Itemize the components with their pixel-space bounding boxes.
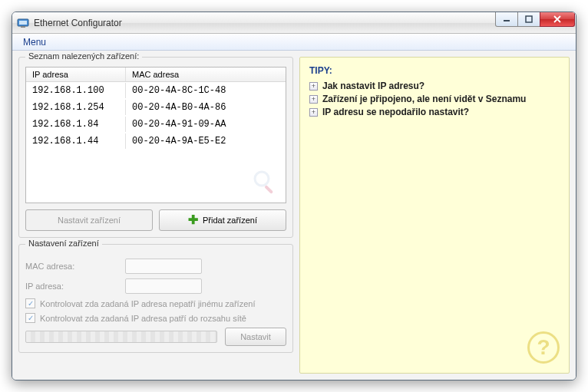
- cell-mac: 00-20-4A-91-09-AA: [126, 117, 286, 132]
- set-button[interactable]: Nastavit: [225, 328, 286, 346]
- button-row: Nastavit zařízení ✚ Přidat zařízení: [25, 209, 286, 231]
- menu-main[interactable]: Menu: [18, 35, 51, 49]
- list-header: IP adresa MAC adresa: [26, 68, 286, 82]
- tip-text: Zařízení je připojeno, ale není vidět v …: [322, 94, 526, 104]
- tip-text: IP adresu se nepodařilo nastavit?: [322, 107, 469, 117]
- cell-ip: 192.168.1.100: [26, 83, 126, 98]
- cell-ip: 192.168.1.44: [26, 133, 126, 149]
- svg-point-5: [255, 172, 269, 186]
- add-button[interactable]: ✚ Přidat zařízení: [159, 209, 286, 231]
- check1-row[interactable]: ✓ Kontrolovat zda zadaná IP adresa nepat…: [25, 298, 286, 308]
- table-row[interactable]: 192.168.1.44 00-20-4A-9A-E5-E2: [26, 133, 286, 150]
- app-window: Ethernet Configurator Menu Seznam naleze…: [12, 12, 576, 380]
- window-controls: [496, 12, 576, 27]
- menubar: Menu: [12, 34, 576, 51]
- window-title: Ethernet Configurator: [34, 18, 122, 28]
- expand-icon[interactable]: +: [309, 82, 318, 91]
- check1-label: Kontrolovat zda zadaná IP adresa nepatří…: [40, 299, 255, 308]
- add-button-label: Přidat zařízení: [203, 216, 257, 225]
- checkbox-icon: ✓: [25, 298, 35, 308]
- tip-text: Jak nastavit IP adresu?: [322, 81, 424, 91]
- device-list[interactable]: IP adresa MAC adresa 192.168.1.100 00-20…: [25, 67, 286, 203]
- ip-label: IP adresa:: [25, 282, 125, 291]
- configure-button[interactable]: Nastavit zařízení: [25, 209, 153, 231]
- close-button[interactable]: [540, 12, 575, 27]
- table-row[interactable]: 192.168.1.254 00-20-4A-B0-4A-86: [26, 99, 286, 116]
- mac-row: MAC adresa:: [25, 259, 286, 274]
- cell-ip: 192.168.1.254: [26, 100, 126, 115]
- progress-bar: [25, 331, 217, 343]
- col-header-ip[interactable]: IP adresa: [26, 68, 126, 81]
- search-icon: [252, 169, 278, 196]
- ip-field[interactable]: [125, 278, 202, 294]
- set-button-label: Nastavit: [240, 332, 271, 341]
- left-panel: Seznam nalezených zařízení: IP adresa MA…: [18, 57, 293, 374]
- minimize-button[interactable]: [495, 12, 518, 27]
- svg-rect-2: [21, 26, 25, 28]
- expand-icon[interactable]: +: [309, 108, 318, 117]
- tip-item[interactable]: + Jak nastavit IP adresu?: [309, 81, 560, 91]
- bottom-row: Nastavit: [25, 328, 286, 346]
- configure-button-label: Nastavit zařízení: [58, 216, 121, 225]
- tips-panel: TIPY: + Jak nastavit IP adresu? + Zaříze…: [299, 57, 570, 374]
- svg-rect-4: [526, 16, 532, 22]
- table-row[interactable]: 192.168.1.100 00-20-4A-8C-1C-48: [26, 82, 286, 99]
- col-header-mac[interactable]: MAC adresa: [126, 68, 286, 81]
- table-row[interactable]: 192.168.1.84 00-20-4A-91-09-AA: [26, 116, 286, 133]
- device-list-group: Seznam nalezených zařízení: IP adresa MA…: [18, 57, 293, 238]
- svg-rect-3: [504, 20, 510, 21]
- cell-mac: 00-20-4A-8C-1C-48: [126, 83, 286, 98]
- titlebar: Ethernet Configurator: [12, 12, 576, 34]
- check2-row[interactable]: ✓ Kontrolovat zda zadaná IP adresa patří…: [25, 313, 286, 323]
- maximize-button[interactable]: [517, 12, 540, 27]
- content-area: Seznam nalezených zařízení: IP adresa MA…: [12, 51, 576, 380]
- tips-title: TIPY:: [309, 65, 560, 76]
- tip-item[interactable]: + Zařízení je připojeno, ale není vidět …: [309, 94, 560, 104]
- cell-mac: 00-20-4A-9A-E5-E2: [126, 133, 286, 149]
- expand-icon[interactable]: +: [309, 95, 318, 104]
- mac-label: MAC adresa:: [25, 262, 125, 271]
- device-list-label: Seznam nalezených zařízení:: [25, 51, 142, 61]
- plus-icon: ✚: [188, 214, 198, 226]
- app-icon: [17, 17, 29, 29]
- settings-group: Nastavení zařízení MAC adresa: IP adresa…: [18, 244, 293, 353]
- svg-rect-1: [19, 21, 27, 25]
- checkbox-icon: ✓: [25, 313, 35, 323]
- tip-item[interactable]: + IP adresu se nepodařilo nastavit?: [309, 107, 560, 117]
- ip-row: IP adresa:: [25, 278, 286, 294]
- svg-rect-6: [264, 185, 273, 194]
- settings-label: Nastavení zařízení: [25, 239, 102, 248]
- mac-field[interactable]: [125, 259, 202, 274]
- cell-ip: 192.168.1.84: [26, 117, 126, 132]
- cell-mac: 00-20-4A-B0-4A-86: [126, 100, 286, 115]
- help-icon[interactable]: ?: [527, 331, 560, 364]
- check2-label: Kontrolovat zda zadaná IP adresa patří d…: [40, 314, 246, 323]
